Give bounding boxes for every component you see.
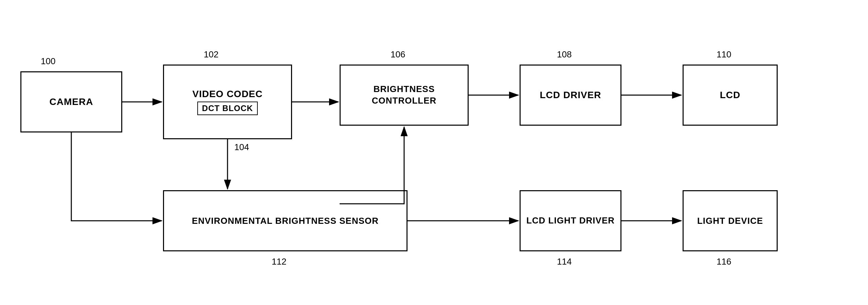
- light-device-block: LIGHT DEVICE: [683, 190, 778, 251]
- brightness-controller-id: 106: [391, 49, 405, 60]
- dct-block: DCT BLOCK: [197, 102, 258, 115]
- lcd-driver-id: 108: [557, 49, 572, 60]
- diagram-container: CAMERA 100 VIDEO CODEC DCT BLOCK 102 104…: [0, 0, 868, 305]
- lcd-light-driver-id: 114: [557, 256, 572, 267]
- camera-id: 100: [41, 56, 55, 67]
- camera-label: CAMERA: [50, 96, 93, 107]
- dct-block-id: 104: [234, 142, 249, 152]
- camera-block: CAMERA: [20, 71, 122, 132]
- arrows-svg: [0, 0, 868, 305]
- lcd-driver-block: LCD DRIVER: [520, 65, 621, 126]
- lcd-light-driver-label: LCD LIGHT DRIVER: [526, 215, 615, 227]
- lcd-light-driver-block: LCD LIGHT DRIVER: [520, 190, 621, 251]
- brightness-controller-block: BRIGHTNESS CONTROLLER: [340, 65, 469, 126]
- arrow-camera-to-env: [71, 132, 162, 221]
- brightness-controller-label: BRIGHTNESS CONTROLLER: [341, 84, 468, 107]
- video-codec-block: VIDEO CODEC DCT BLOCK: [163, 65, 292, 139]
- video-codec-id: 102: [204, 49, 218, 60]
- video-codec-inner: VIDEO CODEC DCT BLOCK: [192, 89, 263, 115]
- light-device-id: 116: [717, 256, 731, 267]
- lcd-block: LCD: [683, 65, 778, 126]
- lcd-label: LCD: [720, 90, 741, 101]
- light-device-label: LIGHT DEVICE: [697, 216, 763, 226]
- lcd-id: 110: [717, 49, 731, 60]
- env-brightness-block: ENVIRONMENTAL BRIGHTNESS SENSOR: [163, 190, 408, 251]
- video-codec-label: VIDEO CODEC: [192, 89, 263, 100]
- env-brightness-label: ENVIRONMENTAL BRIGHTNESS SENSOR: [192, 216, 379, 226]
- env-brightness-id: 112: [272, 256, 286, 267]
- lcd-driver-label: LCD DRIVER: [540, 90, 601, 101]
